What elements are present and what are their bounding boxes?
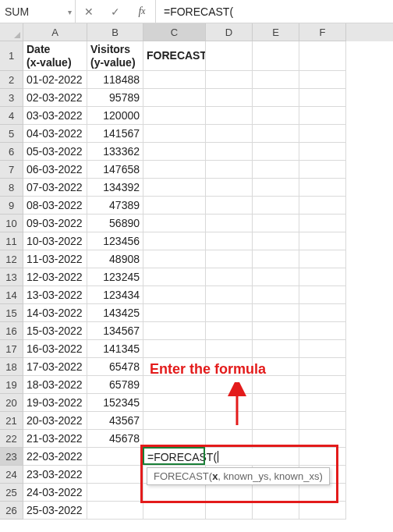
col-header-E[interactable]: E <box>253 23 299 41</box>
cell-F12[interactable] <box>299 250 346 268</box>
cell-D6[interactable] <box>206 143 253 161</box>
cell-E2[interactable] <box>253 71 299 89</box>
cell-A4[interactable]: 03-03-2022 <box>23 107 87 125</box>
cell-A6[interactable]: 05-03-2022 <box>23 143 87 161</box>
cell-F9[interactable] <box>299 197 346 215</box>
cell-B25[interactable] <box>87 484 143 502</box>
cell-D9[interactable] <box>206 197 253 215</box>
row-header[interactable]: 5 <box>0 125 23 143</box>
cell-B22[interactable]: 45678 <box>87 430 143 448</box>
row-header[interactable]: 16 <box>0 322 23 340</box>
cell-B18[interactable]: 65478 <box>87 358 143 376</box>
cell-A12[interactable]: 11-03-2022 <box>23 250 87 268</box>
row-header[interactable]: 13 <box>0 268 23 286</box>
cell-C14[interactable] <box>143 286 206 304</box>
cell-A20[interactable]: 19-03-2022 <box>23 394 87 412</box>
cell-D10[interactable] <box>206 215 253 232</box>
cell-E5[interactable] <box>253 125 299 143</box>
cell-C13[interactable] <box>143 268 206 286</box>
col-header-A[interactable]: A <box>23 23 87 41</box>
row-header[interactable]: 6 <box>0 143 23 161</box>
cell-C10[interactable] <box>143 215 206 232</box>
cell-F5[interactable] <box>299 125 346 143</box>
cell-B23[interactable] <box>87 448 143 466</box>
cell-C5[interactable] <box>143 125 206 143</box>
cell-E12[interactable] <box>253 250 299 268</box>
row-header[interactable]: 11 <box>0 232 23 250</box>
cell-D12[interactable] <box>206 250 253 268</box>
cell-D4[interactable] <box>206 107 253 125</box>
cell-E4[interactable] <box>253 107 299 125</box>
row-header[interactable]: 22 <box>0 430 23 448</box>
cell-C3[interactable] <box>143 89 206 107</box>
row-header[interactable]: 8 <box>0 179 23 197</box>
cell-B3[interactable]: 95789 <box>87 89 143 107</box>
cell-D7[interactable] <box>206 161 253 179</box>
spreadsheet-grid[interactable]: A B C D E F 1 Date (x-value) Visitors (y… <box>0 23 393 520</box>
cell-A2[interactable]: 01-02-2022 <box>23 71 87 89</box>
cell-E6[interactable] <box>253 143 299 161</box>
cell-B5[interactable]: 141567 <box>87 125 143 143</box>
cell-D17[interactable] <box>206 340 253 358</box>
cell-B10[interactable]: 56890 <box>87 215 143 232</box>
cell-F26[interactable] <box>299 502 346 520</box>
cell-B4[interactable]: 120000 <box>87 107 143 125</box>
cell-E14[interactable] <box>253 286 299 304</box>
cell-F6[interactable] <box>299 143 346 161</box>
cell-A7[interactable]: 06-03-2022 <box>23 161 87 179</box>
cell-F19[interactable] <box>299 376 346 394</box>
cell-B6[interactable]: 133362 <box>87 143 143 161</box>
cell-A9[interactable]: 08-03-2022 <box>23 197 87 215</box>
cell-F11[interactable] <box>299 232 346 250</box>
cell-E7[interactable] <box>253 161 299 179</box>
col-header-F[interactable]: F <box>299 23 346 41</box>
cell-A21[interactable]: 20-03-2022 <box>23 412 87 430</box>
cell-B17[interactable]: 141345 <box>87 340 143 358</box>
cell-C7[interactable] <box>143 161 206 179</box>
cell-E8[interactable] <box>253 179 299 197</box>
cell-A8[interactable]: 07-03-2022 <box>23 179 87 197</box>
cancel-icon[interactable]: ✕ <box>76 0 102 23</box>
cell-D16[interactable] <box>206 322 253 340</box>
cell-D5[interactable] <box>206 125 253 143</box>
row-header[interactable]: 23 <box>0 448 23 466</box>
cell-C26[interactable] <box>143 502 206 520</box>
cell-D11[interactable] <box>206 232 253 250</box>
cell-F18[interactable] <box>299 358 346 376</box>
cell-C17[interactable] <box>143 340 206 358</box>
cell-E9[interactable] <box>253 197 299 215</box>
row-header[interactable]: 19 <box>0 376 23 394</box>
cell-A15[interactable]: 14-03-2022 <box>23 304 87 322</box>
cell-F17[interactable] <box>299 340 346 358</box>
cell-C19[interactable] <box>143 376 206 394</box>
cell-A17[interactable]: 16-03-2022 <box>23 340 87 358</box>
row-header[interactable]: 1 <box>0 41 23 71</box>
row-header[interactable]: 20 <box>0 394 23 412</box>
cell-F4[interactable] <box>299 107 346 125</box>
cell-C11[interactable] <box>143 232 206 250</box>
cell-D13[interactable] <box>206 268 253 286</box>
cell-E15[interactable] <box>253 304 299 322</box>
row-header[interactable]: 17 <box>0 340 23 358</box>
cell-D26[interactable] <box>206 502 253 520</box>
row-header[interactable]: 12 <box>0 250 23 268</box>
cell-C8[interactable] <box>143 179 206 197</box>
cell-B12[interactable]: 48908 <box>87 250 143 268</box>
cell-C6[interactable] <box>143 143 206 161</box>
cell-C15[interactable] <box>143 304 206 322</box>
cell-C2[interactable] <box>143 71 206 89</box>
cell-B15[interactable]: 143425 <box>87 304 143 322</box>
cell-F8[interactable] <box>299 179 346 197</box>
cell-A16[interactable]: 15-03-2022 <box>23 322 87 340</box>
cell-B7[interactable]: 147658 <box>87 161 143 179</box>
row-header[interactable]: 15 <box>0 304 23 322</box>
cell-A25[interactable]: 24-03-2022 <box>23 484 87 502</box>
cell-E21[interactable] <box>253 412 299 430</box>
cell-B11[interactable]: 123456 <box>87 232 143 250</box>
cell-F10[interactable] <box>299 215 346 232</box>
row-header[interactable]: 21 <box>0 412 23 430</box>
cell-F2[interactable] <box>299 71 346 89</box>
row-header[interactable]: 9 <box>0 197 23 215</box>
row-header[interactable]: 18 <box>0 358 23 376</box>
cell-E1[interactable] <box>253 41 299 71</box>
